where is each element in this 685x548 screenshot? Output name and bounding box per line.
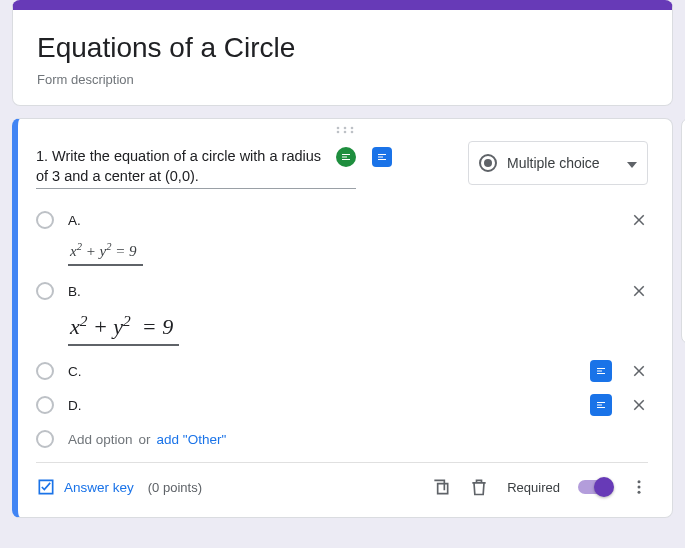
option-math-image[interactable]: x2 + y2 = 9 [68, 239, 143, 266]
answer-key-label: Answer key [64, 480, 134, 495]
svg-point-6 [638, 481, 641, 484]
required-toggle[interactable] [578, 480, 612, 494]
form-title[interactable]: Equations of a Circle [37, 32, 648, 64]
question-card: 1. Write the equation of a circle with a… [12, 118, 673, 518]
option-row: B. [36, 274, 648, 308]
radio-icon [36, 430, 54, 448]
points-label: (0 points) [148, 480, 202, 495]
or-text: or [139, 432, 151, 447]
more-button[interactable] [630, 478, 648, 496]
remove-option-button[interactable] [630, 396, 648, 414]
option-label[interactable]: A. [68, 213, 616, 228]
option-math-image[interactable]: x2 + y2 = 9 [68, 310, 179, 346]
svg-point-3 [337, 131, 340, 134]
drag-icon [335, 126, 355, 134]
remove-option-button[interactable] [630, 211, 648, 229]
svg-point-2 [351, 127, 354, 130]
option-label[interactable]: D. [68, 398, 576, 413]
chevron-down-icon [627, 155, 637, 171]
radio-icon [36, 282, 54, 300]
svg-point-1 [344, 127, 347, 130]
svg-point-5 [351, 131, 354, 134]
add-option-button[interactable]: Add option [68, 432, 133, 447]
option-row: C. [36, 354, 648, 388]
question-type-dropdown[interactable]: Multiple choice [468, 141, 648, 185]
side-toolbar [681, 118, 685, 344]
divider [36, 462, 648, 463]
answer-key-button[interactable]: Answer key [36, 477, 134, 497]
form-description[interactable]: Form description [37, 72, 648, 87]
svg-point-0 [337, 127, 340, 130]
form-header: Equations of a Circle Form description [12, 0, 673, 106]
drag-handle[interactable] [18, 119, 672, 141]
question-text-field[interactable]: 1. Write the equation of a circle with a… [36, 141, 356, 189]
radio-icon [36, 211, 54, 229]
question-type-label: Multiple choice [507, 155, 600, 171]
add-other-button[interactable]: add "Other" [157, 432, 227, 447]
equation-active-icon[interactable] [336, 147, 356, 167]
svg-point-4 [344, 131, 347, 134]
question-text: 1. Write the equation of a circle with a… [36, 147, 330, 186]
add-option-row: Add option or add "Other" [36, 422, 648, 462]
svg-point-7 [638, 486, 641, 489]
equation-button[interactable] [590, 394, 612, 416]
required-label: Required [507, 480, 560, 495]
option-label[interactable]: C. [68, 364, 576, 379]
option-label[interactable]: B. [68, 284, 616, 299]
option-row: D. [36, 388, 648, 422]
question-footer: Answer key (0 points) Required [36, 473, 648, 505]
option-row: A. [36, 203, 648, 237]
radio-icon [479, 154, 497, 172]
radio-icon [36, 396, 54, 414]
delete-button[interactable] [469, 477, 489, 497]
equation-button[interactable] [590, 360, 612, 382]
remove-option-button[interactable] [630, 362, 648, 380]
remove-option-button[interactable] [630, 282, 648, 300]
radio-icon [36, 362, 54, 380]
svg-point-8 [638, 491, 641, 494]
equation-button[interactable] [372, 147, 392, 167]
duplicate-button[interactable] [431, 477, 451, 497]
